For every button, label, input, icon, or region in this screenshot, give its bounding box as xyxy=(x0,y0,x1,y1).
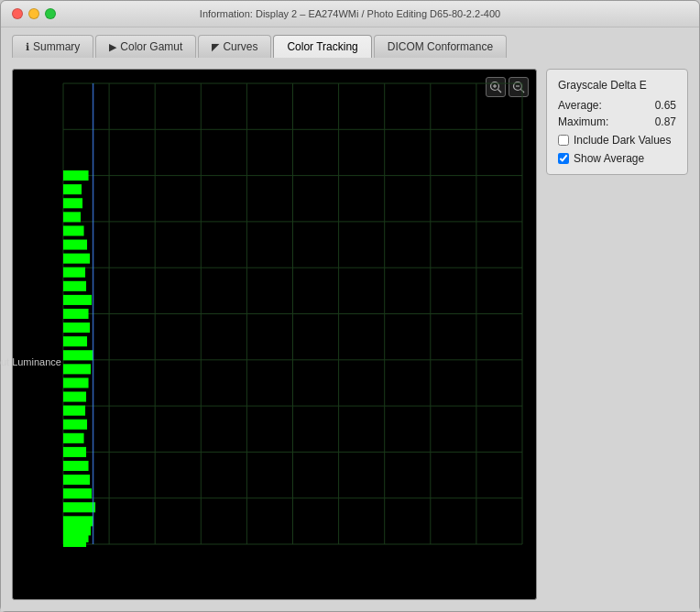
sidebar: Grayscale Delta E Average: 0.65 Maximum:… xyxy=(546,69,688,600)
svg-rect-29 xyxy=(63,170,89,180)
grayscale-panel: Grayscale Delta E Average: 0.65 Maximum:… xyxy=(546,69,688,175)
summary-icon: ℹ xyxy=(26,41,29,53)
tab-color-tracking-label: Color Tracking xyxy=(287,40,357,53)
maximize-button[interactable] xyxy=(45,8,56,19)
svg-rect-43 xyxy=(63,364,91,374)
tab-color-gamut-label: Color Gamut xyxy=(120,40,182,53)
tab-color-tracking[interactable]: Color Tracking xyxy=(273,35,371,58)
tab-dicom[interactable]: DICOM Conformance xyxy=(374,35,507,58)
average-label: Average: xyxy=(558,99,602,112)
svg-rect-33 xyxy=(63,225,84,235)
chart-svg xyxy=(59,79,527,563)
include-dark-checkbox[interactable] xyxy=(558,135,569,146)
minimize-button[interactable] xyxy=(28,8,39,19)
svg-rect-40 xyxy=(63,322,90,333)
main-window: Information: Display 2 – EA274WMi / Phot… xyxy=(0,0,700,612)
svg-rect-45 xyxy=(63,392,86,402)
include-dark-label: Include Dark Values xyxy=(574,134,672,147)
tab-summary-label: Summary xyxy=(33,40,80,53)
y-axis-label: Output Luminance xyxy=(0,356,61,367)
maximum-value: 0.87 xyxy=(655,115,676,128)
svg-rect-53 xyxy=(63,502,95,512)
tab-curves-label: Curves xyxy=(223,40,257,53)
grid-area: 100 90 80 70 60 50 40 30 20 10 0 xyxy=(59,79,527,563)
content-area: Output Luminance 100 90 80 70 60 50 40 3… xyxy=(1,58,699,611)
svg-rect-34 xyxy=(63,240,87,250)
svg-rect-44 xyxy=(63,377,89,388)
window-title: Information: Display 2 – EA274WMi / Phot… xyxy=(200,8,500,19)
show-average-checkbox[interactable] xyxy=(558,153,569,164)
svg-rect-38 xyxy=(63,295,92,305)
traffic-lights xyxy=(12,8,56,19)
title-bar: Information: Display 2 – EA274WMi / Phot… xyxy=(1,1,699,27)
svg-rect-52 xyxy=(63,488,92,498)
average-value: 0.65 xyxy=(655,99,676,112)
svg-rect-48 xyxy=(63,433,84,443)
svg-rect-35 xyxy=(63,254,90,264)
svg-rect-30 xyxy=(63,184,82,194)
svg-rect-49 xyxy=(63,447,86,457)
color-gamut-icon: ▶ xyxy=(109,41,116,53)
maximum-label: Maximum: xyxy=(558,115,608,128)
svg-rect-47 xyxy=(63,420,87,430)
svg-rect-37 xyxy=(63,281,86,291)
svg-rect-54 xyxy=(63,516,93,526)
maximum-row: Maximum: 0.87 xyxy=(558,115,676,128)
close-button[interactable] xyxy=(12,8,23,19)
include-dark-row[interactable]: Include Dark Values xyxy=(558,134,676,147)
svg-rect-41 xyxy=(63,336,87,346)
curves-icon: ◤ xyxy=(212,41,219,53)
grayscale-title: Grayscale Delta E xyxy=(558,79,676,92)
chart-container: Output Luminance 100 90 80 70 60 50 40 3… xyxy=(12,69,537,600)
svg-rect-51 xyxy=(63,475,90,485)
svg-rect-36 xyxy=(63,268,85,278)
svg-rect-32 xyxy=(63,212,81,222)
average-row: Average: 0.65 xyxy=(558,99,676,112)
svg-rect-39 xyxy=(63,309,89,319)
tab-dicom-label: DICOM Conformance xyxy=(388,40,493,53)
svg-rect-46 xyxy=(63,406,85,416)
chart-inner: Output Luminance 100 90 80 70 60 50 40 3… xyxy=(59,79,527,563)
svg-rect-31 xyxy=(63,198,82,208)
tab-summary[interactable]: ℹ Summary xyxy=(12,35,93,58)
svg-rect-57 xyxy=(63,537,86,547)
tab-curves[interactable]: ◤ Curves xyxy=(198,35,271,58)
show-average-row[interactable]: Show Average xyxy=(558,152,676,165)
svg-rect-50 xyxy=(63,461,89,471)
svg-rect-42 xyxy=(63,350,93,360)
show-average-label: Show Average xyxy=(574,152,644,165)
tab-color-gamut[interactable]: ▶ Color Gamut xyxy=(95,35,196,58)
tab-bar: ℹ Summary ▶ Color Gamut ◤ Curves Color T… xyxy=(1,27,699,58)
